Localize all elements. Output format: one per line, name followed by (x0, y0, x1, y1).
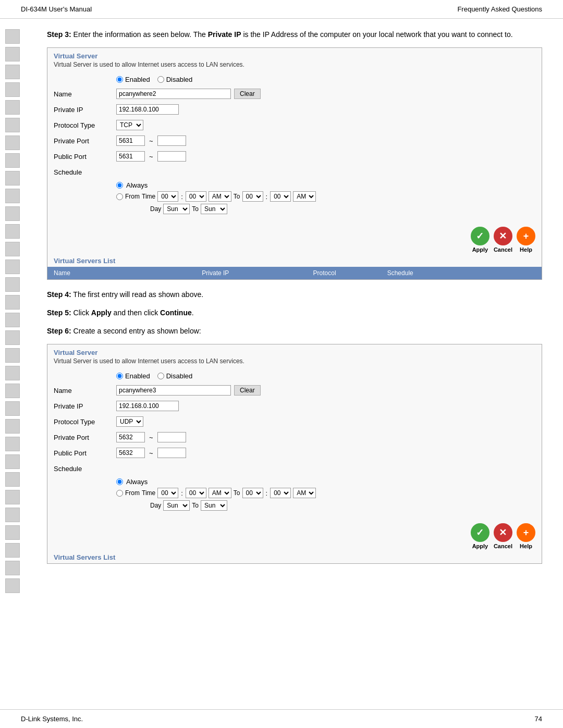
panel1-from-ampm[interactable]: AMPM (209, 191, 231, 202)
side-sq-21 (5, 384, 20, 398)
side-sq-11 (5, 206, 20, 221)
panel2-day-label: Day (150, 502, 161, 509)
side-sq-22 (5, 401, 20, 416)
panel2-name-input[interactable] (116, 385, 231, 396)
panel2-publicport-row: Public Port ~ (54, 447, 535, 459)
side-sq-29 (5, 525, 20, 540)
panel1-col-protocol: Protocol (313, 268, 387, 278)
panel2-protocol-field: TCP UDP Both (116, 416, 535, 427)
panel2-to-min[interactable]: 00 (270, 488, 291, 498)
panel1-name-input[interactable] (116, 89, 231, 99)
panel1-clear-button[interactable]: Clear (234, 89, 261, 99)
panel2-always-row: Always (54, 478, 535, 486)
side-sq-18 (5, 330, 20, 345)
panel1-protocol-select[interactable]: TCP UDP Both (116, 120, 143, 130)
panel2-schedule-row: Schedule (54, 462, 535, 475)
panel2-cancel-btn[interactable]: ✕ Cancel (494, 523, 512, 549)
panel1-title: Virtual Server (47, 48, 542, 61)
panel2-always-radio[interactable] (116, 478, 123, 485)
panel1-publicport-to[interactable] (157, 151, 186, 162)
panel2-privateip-row: Private IP (54, 400, 535, 412)
panel1-list-title: Virtual Servers List (54, 257, 115, 265)
panel2-to-hour[interactable]: 00 (242, 488, 263, 498)
panel2-from-ampm[interactable]: AMPM (209, 488, 231, 498)
panel2-apply-circle[interactable]: ✓ (471, 523, 489, 542)
panel1-help-circle[interactable]: + (517, 227, 535, 245)
panel2-privateport-to[interactable] (157, 432, 186, 442)
panel1-desc: Virtual Server is used to allow Internet… (47, 61, 542, 73)
panel1-privateport-from[interactable] (116, 135, 145, 146)
panel2-privateip-input[interactable] (116, 401, 179, 411)
panel1-disabled-group[interactable]: Disabled (157, 76, 193, 83)
panel2-to-colon: : (266, 489, 268, 497)
side-sq-23 (5, 419, 20, 434)
panel2-apply-btn[interactable]: ✓ Apply (471, 523, 489, 549)
panel2-enabled-group[interactable]: Enabled (116, 372, 150, 380)
panel2-from-min[interactable]: 00 (186, 488, 206, 498)
panel1-to-day-label: To (192, 205, 199, 213)
panel2-privateport-from[interactable] (116, 432, 145, 442)
step5-period: . (192, 309, 194, 317)
panel2-publicport-from[interactable] (116, 448, 145, 458)
panel1-name-row: Name Clear (54, 88, 535, 100)
panel1-cancel-btn[interactable]: ✕ Cancel (494, 227, 512, 253)
panel1-day-to[interactable]: SunMonTueWedThuFriSat (201, 204, 227, 214)
panel2-day-from[interactable]: SunMonTueWedThuFriSat (163, 500, 190, 511)
panel1-to-ampm[interactable]: AMPM (293, 191, 316, 202)
side-sq-31 (5, 561, 20, 575)
panel1-apply-circle[interactable]: ✓ (471, 227, 489, 245)
step6-text: Step 6: Create a second entry as shown b… (47, 326, 542, 337)
panel2-from-radio[interactable] (116, 490, 123, 497)
panel1-enabled-radio[interactable] (116, 76, 123, 83)
panel2-apply-label: Apply (472, 543, 488, 549)
panel1-disabled-radio[interactable] (157, 76, 164, 83)
panel2-enabled-radio[interactable] (116, 373, 123, 379)
step4-label: Step 4: (47, 290, 71, 299)
panel1-from-radio[interactable] (116, 193, 123, 200)
panel2-help-circle[interactable]: + (517, 523, 535, 542)
panel1-cancel-label: Cancel (494, 246, 512, 253)
panel1-publicport-from[interactable] (116, 151, 145, 162)
panel2-to-ampm[interactable]: AMPM (293, 488, 316, 498)
panel1-to-min[interactable]: 00 (270, 191, 291, 202)
panel2-time-label: Time (142, 489, 155, 497)
panel1-apply-btn[interactable]: ✓ Apply (471, 227, 489, 253)
panel2-enabled-row: Enabled Disabled (54, 372, 535, 380)
panel1-help-btn[interactable]: + Help (517, 227, 535, 253)
side-sq-14 (5, 260, 20, 274)
panel1-cancel-circle[interactable]: ✕ (494, 227, 512, 245)
header-left: DI-634M User's Manual (21, 5, 92, 13)
panel1-list-header: Virtual Servers List (47, 255, 542, 267)
panel2-from-hour[interactable]: 00 (157, 488, 178, 498)
panel1-privateport-tilde: ~ (149, 137, 153, 145)
panel1-day-from[interactable]: SunMonTueWedThuFriSat (163, 204, 190, 214)
panel2-help-btn[interactable]: + Help (517, 523, 535, 549)
panel2-list-header: Virtual Servers List (47, 551, 542, 563)
panel2-from-row: From Time 00 : 00 AMPM To 00 : 00 AMPM (54, 488, 535, 498)
panel1-privateport-to[interactable] (157, 135, 186, 146)
panel2-to-label: To (234, 489, 240, 497)
step5-label: Step 5: (47, 309, 71, 317)
panel1-from-min[interactable]: 00 (186, 191, 206, 202)
panel1-privateip-input[interactable] (116, 104, 179, 115)
panel1-from-hour[interactable]: 00 (157, 191, 178, 202)
panel1-to-hour[interactable]: 00 (242, 191, 263, 202)
panel2-publicport-to[interactable] (157, 448, 186, 458)
panel1-privateip-field (116, 104, 535, 115)
side-sq-12 (5, 224, 20, 239)
panel1-enabled-group[interactable]: Enabled (116, 76, 150, 83)
panel1-to-label: To (234, 193, 240, 200)
step6-label: Step 6: (47, 327, 71, 335)
panel1-disabled-label: Disabled (166, 76, 193, 83)
panel2-day-to[interactable]: SunMonTueWedThuFriSat (201, 500, 227, 511)
panel2-disabled-radio[interactable] (157, 373, 164, 379)
panel1-protocol-label: Protocol Type (54, 121, 116, 129)
panel2-disabled-group[interactable]: Disabled (157, 372, 193, 380)
panel2-name-label: Name (54, 387, 116, 394)
side-sq-16 (5, 295, 20, 310)
panel2-clear-button[interactable]: Clear (234, 385, 261, 396)
panel1-always-radio[interactable] (116, 182, 123, 189)
panel2-protocol-select[interactable]: TCP UDP Both (116, 416, 143, 427)
panel2-cancel-circle[interactable]: ✕ (494, 523, 512, 542)
panel2-name-field: Clear (116, 385, 535, 396)
